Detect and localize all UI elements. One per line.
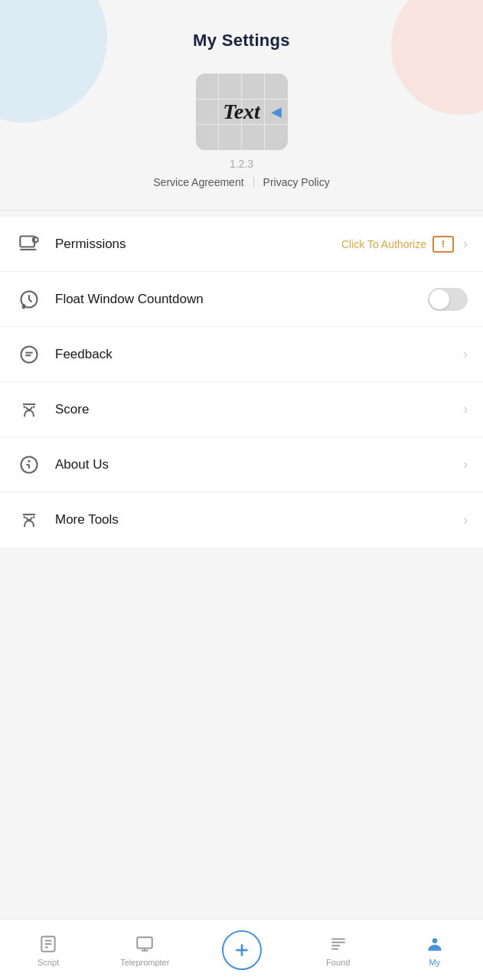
bottom-nav: Script Teleprompter bbox=[0, 919, 483, 980]
add-button[interactable] bbox=[222, 930, 262, 970]
nav-item-add[interactable] bbox=[193, 930, 289, 970]
app-logo: Text ◀ bbox=[196, 74, 288, 150]
more-tools-label: More Tools bbox=[55, 512, 460, 528]
privacy-policy-link[interactable]: Privacy Policy bbox=[263, 176, 330, 188]
teleprompter-icon bbox=[134, 933, 155, 955]
svg-point-27 bbox=[432, 938, 438, 943]
svg-rect-0 bbox=[20, 236, 34, 247]
logo-arrow-icon: ◀ bbox=[271, 103, 282, 120]
nav-item-teleprompter[interactable]: Teleprompter bbox=[96, 933, 193, 967]
permissions-chevron: › bbox=[463, 236, 468, 252]
score-icon bbox=[15, 396, 43, 423]
float-window-right bbox=[428, 288, 468, 311]
my-label: My bbox=[429, 958, 441, 967]
more-tools-chevron: › bbox=[463, 512, 468, 528]
score-right: › bbox=[460, 401, 468, 417]
content-spacer bbox=[0, 547, 483, 919]
more-tools-icon bbox=[15, 506, 43, 534]
permissions-right: Click To Authorize › bbox=[341, 236, 468, 253]
teleprompter-label: Teleprompter bbox=[120, 958, 169, 967]
settings-list: Permissions Click To Authorize › $ Float… bbox=[0, 217, 483, 547]
script-label: Script bbox=[38, 958, 59, 967]
svg-text:$: $ bbox=[23, 304, 25, 308]
service-agreement-link[interactable]: Service Agreement bbox=[153, 176, 243, 188]
svg-rect-18 bbox=[138, 937, 153, 948]
script-icon bbox=[38, 933, 59, 955]
about-us-label: About Us bbox=[55, 457, 460, 472]
version-label: 1.2.3 bbox=[230, 158, 253, 170]
about-us-right: › bbox=[460, 456, 468, 472]
authorize-warning-icon bbox=[432, 236, 454, 253]
nav-item-found[interactable]: Found bbox=[290, 933, 387, 967]
feedback-right: › bbox=[460, 346, 468, 362]
score-chevron: › bbox=[463, 401, 468, 417]
settings-item-about-us[interactable]: About Us › bbox=[0, 437, 483, 492]
settings-item-more-tools[interactable]: More Tools › bbox=[0, 492, 483, 547]
settings-item-float-window[interactable]: $ Float Window Countdown bbox=[0, 272, 483, 327]
policy-links: Service Agreement Privacy Policy bbox=[153, 176, 329, 188]
nav-item-script[interactable]: Script bbox=[0, 933, 96, 967]
score-label: Score bbox=[55, 402, 460, 417]
toggle-knob bbox=[429, 289, 449, 309]
more-tools-right: › bbox=[460, 512, 468, 528]
about-us-icon bbox=[15, 451, 43, 479]
feedback-label: Feedback bbox=[55, 347, 460, 362]
found-icon bbox=[328, 933, 349, 955]
feedback-icon bbox=[15, 341, 43, 368]
authorize-text: Click To Authorize bbox=[341, 238, 426, 250]
feedback-chevron: › bbox=[463, 346, 468, 362]
settings-item-permissions[interactable]: Permissions Click To Authorize › bbox=[0, 217, 483, 272]
permissions-icon bbox=[15, 230, 43, 258]
found-label: Found bbox=[326, 958, 350, 967]
settings-item-feedback[interactable]: Feedback › bbox=[0, 327, 483, 382]
header-divider bbox=[0, 210, 483, 211]
nav-item-my[interactable]: My bbox=[387, 933, 483, 967]
links-divider bbox=[253, 177, 254, 188]
float-window-toggle[interactable] bbox=[428, 288, 468, 311]
permissions-label: Permissions bbox=[55, 237, 341, 252]
svg-point-2 bbox=[33, 237, 38, 242]
svg-point-6 bbox=[21, 346, 38, 362]
logo-text: Text bbox=[223, 100, 260, 124]
svg-point-11 bbox=[28, 460, 29, 461]
settings-item-score[interactable]: Score › bbox=[0, 382, 483, 437]
my-icon bbox=[424, 933, 445, 955]
about-us-chevron: › bbox=[463, 456, 468, 472]
float-window-label: Float Window Countdown bbox=[55, 292, 428, 307]
float-window-icon: $ bbox=[15, 286, 43, 313]
